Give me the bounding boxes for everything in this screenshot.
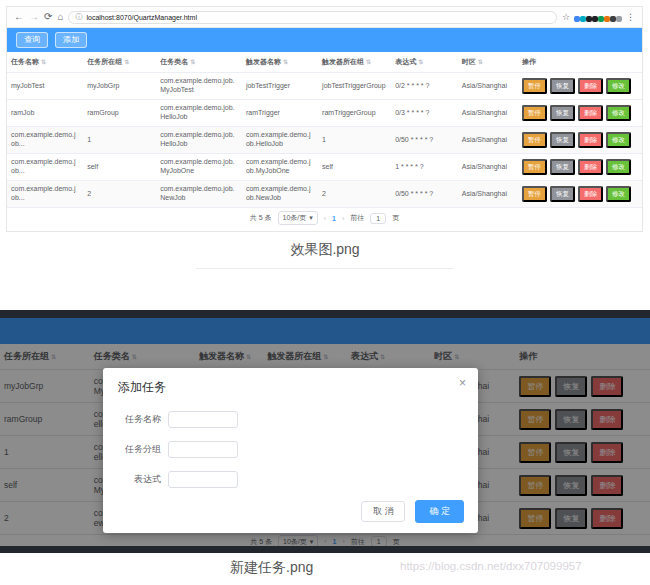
row-actions: 暂停恢复删除修改	[518, 132, 642, 147]
column-header-label: 时区	[462, 58, 476, 65]
pause-button[interactable]: 暂停	[522, 159, 547, 174]
column-header-label: 操作	[522, 58, 536, 65]
pause-button[interactable]: 暂停	[522, 78, 547, 93]
table-row: com.example.demo.job...selfcom.example.d…	[7, 154, 642, 181]
sort-icon[interactable]: ⇅	[418, 59, 423, 65]
dialog-footer: 取 消 确 定	[361, 500, 464, 523]
cell-timezone: Asia/Shanghai	[458, 136, 518, 145]
edit-button[interactable]: 修改	[606, 105, 631, 120]
column-header[interactable]: 表达式⇅	[391, 58, 458, 67]
pause-button[interactable]: 暂停	[522, 132, 547, 147]
cell-trigger_group: 2	[318, 190, 391, 199]
pause-button[interactable]: 暂停	[522, 186, 547, 201]
cell-timezone: Asia/Shanghai	[458, 190, 518, 199]
bookmark-star-icon[interactable]: ☆	[562, 12, 570, 22]
dialog-title: 添加任务	[103, 368, 478, 396]
row-actions: 暂停恢复删除修改	[518, 78, 642, 93]
query-button[interactable]: 查询	[16, 32, 48, 48]
delete-button[interactable]: 删除	[578, 105, 603, 120]
column-header-label: 表达式	[395, 58, 416, 65]
home-icon[interactable]: ⌂	[57, 12, 63, 22]
pause-button[interactable]: 暂停	[522, 105, 547, 120]
cell-trigger_group: self	[318, 163, 391, 172]
jump-page-input[interactable]: 1	[370, 213, 386, 224]
site-info-icon[interactable]: ⓘ	[75, 12, 82, 22]
forward-icon[interactable]: →	[29, 12, 39, 22]
column-header[interactable]: 任务类名⇅	[156, 58, 242, 67]
sort-icon[interactable]: ⇅	[124, 59, 129, 65]
cell-trigger: jobTestTrigger	[242, 82, 318, 91]
delete-button[interactable]: 删除	[578, 78, 603, 93]
cell-cron: 1 * * * * ?	[391, 163, 458, 172]
resume-button[interactable]: 恢复	[550, 186, 575, 201]
extension-icons	[574, 8, 622, 26]
page-size-select[interactable]: 10条/页▾	[278, 211, 318, 225]
cell-name: com.example.demo.job...	[7, 131, 83, 149]
cell-class: com.example.demo.job.MyJobTest	[156, 77, 242, 95]
resume-button[interactable]: 恢复	[550, 132, 575, 147]
column-header[interactable]: 操作	[518, 58, 642, 67]
confirm-button[interactable]: 确 定	[415, 500, 464, 523]
add-task-dialog: 添加任务 × 任务名称任务分组表达式 取 消 确 定	[103, 368, 478, 533]
extension-icon[interactable]	[616, 16, 622, 22]
edit-button[interactable]: 修改	[606, 78, 631, 93]
resume-button[interactable]: 恢复	[550, 159, 575, 174]
resume-button[interactable]: 恢复	[550, 105, 575, 120]
task-field-input[interactable]	[168, 411, 238, 428]
task-field-input[interactable]	[168, 441, 238, 458]
browser-menu-icon[interactable]: ⋮	[626, 12, 635, 22]
resume-button[interactable]: 恢复	[550, 78, 575, 93]
cell-class: com.example.demo.job.MyJobOne	[156, 158, 242, 176]
cell-cron: 0/50 * * * * ?	[391, 136, 458, 145]
sort-icon[interactable]: ⇅	[190, 59, 195, 65]
dialog-form: 任务名称任务分组表达式	[103, 411, 478, 488]
reload-icon[interactable]: ⟳	[44, 12, 52, 22]
column-header[interactable]: 触发器所在组⇅	[318, 58, 391, 67]
form-row: 表达式	[103, 471, 478, 488]
caption-effect-view: 效果图.png	[0, 241, 650, 259]
form-row: 任务分组	[103, 441, 478, 458]
table-body: myJobTestmyJobGrpcom.example.demo.job.My…	[7, 73, 642, 208]
delete-button[interactable]: 删除	[578, 159, 603, 174]
add-button[interactable]: 添加	[55, 32, 87, 48]
cell-timezone: Asia/Shanghai	[458, 109, 518, 118]
column-header[interactable]: 任务所在组⇅	[83, 58, 156, 67]
field-label: 表达式	[103, 473, 161, 486]
cell-trigger: com.example.demo.job.MyJobOne	[242, 158, 318, 176]
delete-button[interactable]: 删除	[578, 186, 603, 201]
edit-button[interactable]: 修改	[606, 159, 631, 174]
chevron-down-icon: ▾	[309, 214, 313, 222]
column-header[interactable]: 时区⇅	[458, 58, 518, 67]
row-actions: 暂停恢复删除修改	[518, 186, 642, 201]
cell-trigger_group: 1	[318, 136, 391, 145]
back-icon[interactable]: ←	[14, 12, 24, 22]
url-text: localhost:8070/QuartzManager.html	[86, 14, 197, 21]
cron-input[interactable]	[168, 471, 238, 488]
page: ← → ⟳ ⌂ ⓘ localhost:8070/QuartzManager.h…	[0, 0, 650, 585]
address-bar[interactable]: ⓘ localhost:8070/QuartzManager.html	[68, 11, 556, 24]
sort-icon[interactable]: ⇅	[41, 59, 46, 65]
app-navbar: 查询 添加	[7, 28, 642, 52]
delete-button[interactable]: 删除	[578, 132, 603, 147]
column-header[interactable]: 触发器名称⇅	[242, 58, 318, 67]
sort-icon[interactable]: ⇅	[478, 59, 483, 65]
field-label: 任务分组	[103, 443, 161, 456]
column-header-label: 任务类名	[160, 58, 188, 65]
sort-icon[interactable]: ⇅	[283, 59, 288, 65]
edit-button[interactable]: 修改	[606, 186, 631, 201]
close-icon[interactable]: ×	[459, 377, 466, 389]
cell-trigger: ramTrigger	[242, 109, 318, 118]
row-actions: 暂停恢复删除修改	[518, 159, 642, 174]
pagination: 共 5 条10条/页▾‹1›前往1页	[7, 208, 642, 228]
screenshot-effect-view: ← → ⟳ ⌂ ⓘ localhost:8070/QuartzManager.h…	[6, 6, 643, 232]
current-page[interactable]: 1	[332, 215, 336, 222]
edit-button[interactable]: 修改	[606, 132, 631, 147]
sort-icon[interactable]: ⇅	[366, 59, 371, 65]
cancel-button[interactable]: 取 消	[361, 501, 406, 522]
page-size-value: 10条/页	[283, 213, 307, 223]
jump-suffix: 页	[392, 213, 399, 223]
table-header-row: 任务名称⇅任务所在组⇅任务类名⇅触发器名称⇅触发器所在组⇅表达式⇅时区⇅操作	[7, 52, 642, 73]
column-header[interactable]: 任务名称⇅	[7, 58, 83, 67]
next-page-icon[interactable]: ›	[342, 215, 344, 222]
prev-page-icon[interactable]: ‹	[324, 215, 326, 222]
